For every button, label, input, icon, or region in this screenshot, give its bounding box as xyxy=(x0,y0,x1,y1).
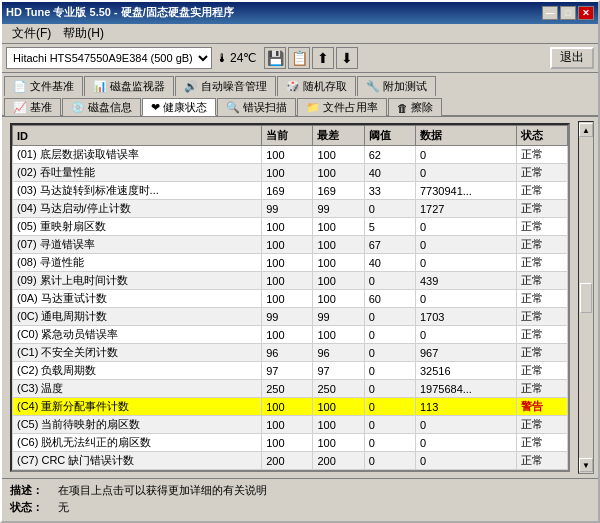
col-header-data: 数据 xyxy=(415,126,516,146)
tab-health[interactable]: ❤ 健康状态 xyxy=(142,98,216,116)
table-row[interactable]: (04) 马达启动/停止计数999901727正常 xyxy=(13,200,568,218)
title-bar: HD Tune 专业版 5.50 - 硬盘/固态硬盘实用程序 — □ ✕ xyxy=(2,2,598,24)
menu-help[interactable]: 帮助(H) xyxy=(57,23,110,44)
table-row[interactable]: (C5) 当前待映射的扇区数10010000正常 xyxy=(13,416,568,434)
table-row[interactable]: (C7) CRC 缺门错误计数20020000正常 xyxy=(13,452,568,470)
benchmark-icon: 📈 xyxy=(13,101,27,114)
tab-random-access[interactable]: 🎲 随机存取 xyxy=(277,76,356,96)
table-row[interactable]: (07) 寻道错误率100100670正常 xyxy=(13,236,568,254)
tab-row-secondary: 📈 基准 💿 磁盘信息 ❤ 健康状态 🔍 错误扫描 📁 文件占用率 🗑 擦 xyxy=(2,95,598,117)
table-row[interactable]: (01) 底层数据读取错误率100100620正常 xyxy=(13,146,568,164)
tab-error-scan[interactable]: 🔍 错误扫描 xyxy=(217,98,296,116)
col-header-worst: 最差 xyxy=(313,126,364,146)
folder-icon: 📁 xyxy=(306,101,320,114)
tab-disk-info[interactable]: 💿 磁盘信息 xyxy=(62,98,141,116)
scroll-thumb[interactable] xyxy=(580,283,592,313)
tab-extra-tests[interactable]: 🔧 附加测试 xyxy=(357,76,436,96)
table-scroll-container[interactable]: ID 当前 最差 阈值 数据 状态 (01) 底层数据读取错误率10010062… xyxy=(12,125,568,470)
menu-file[interactable]: 文件(F) xyxy=(6,23,57,44)
erase-icon: 🗑 xyxy=(397,102,408,114)
table-row[interactable]: (C2) 负载周期数9797032516正常 xyxy=(13,362,568,380)
sound-icon: 🔊 xyxy=(184,80,198,93)
toolbar-icon-3[interactable]: ⬆ xyxy=(312,47,334,69)
health-icon: ❤ xyxy=(151,101,160,114)
col-header-threshold: 阈值 xyxy=(364,126,415,146)
table-row[interactable]: (03) 马达旋转到标准速度时...169169337730941...正常 xyxy=(13,182,568,200)
table-row[interactable]: (08) 寻道性能100100400正常 xyxy=(13,254,568,272)
table-row[interactable]: (0C) 通电周期计数999901703正常 xyxy=(13,308,568,326)
tab-file-usage[interactable]: 📁 文件占用率 xyxy=(297,98,387,116)
title-bar-buttons: — □ ✕ xyxy=(542,6,594,20)
description-text: 在项目上点击可以获得更加详细的有关说明 xyxy=(58,483,267,498)
table-row[interactable]: (C4) 重新分配事件计数1001000113警告 xyxy=(13,398,568,416)
menu-bar: 文件(F) 帮助(H) xyxy=(2,24,598,44)
toolbar: Hitachi HTS547550A9E384 (500 gB) 🌡 24℃ 💾… xyxy=(2,44,598,73)
table-row[interactable]: (C3) 温度25025001975684...正常 xyxy=(13,380,568,398)
tab-auto-acoustic[interactable]: 🔊 自动噪音管理 xyxy=(175,76,276,96)
monitor-icon: 📊 xyxy=(93,80,107,93)
table-row[interactable]: (C1) 不安全关闭计数96960967正常 xyxy=(13,344,568,362)
col-header-id: ID xyxy=(13,126,262,146)
thermometer-icon: 🌡 xyxy=(216,51,228,65)
table-row[interactable]: (02) 吞吐量性能100100400正常 xyxy=(13,164,568,182)
state-text: 无 xyxy=(58,500,69,515)
file-icon: 📄 xyxy=(13,80,27,93)
tab-benchmark[interactable]: 📈 基准 xyxy=(4,98,61,116)
table-row[interactable]: (C0) 紧急动员错误率10010000正常 xyxy=(13,326,568,344)
temperature-value: 24℃ xyxy=(230,51,256,65)
table-row[interactable]: (0A) 马达重试计数100100600正常 xyxy=(13,290,568,308)
tab-disk-monitor[interactable]: 📊 磁盘监视器 xyxy=(84,76,174,96)
main-window: HD Tune 专业版 5.50 - 硬盘/固态硬盘实用程序 — □ ✕ 文件(… xyxy=(0,0,600,523)
description-label: 描述： xyxy=(10,483,50,498)
scroll-down-button[interactable]: ▼ xyxy=(579,458,593,472)
table-row[interactable]: (C6) 脱机无法纠正的扇区数10010000正常 xyxy=(13,434,568,452)
smart-data-panel: ID 当前 最差 阈值 数据 状态 (01) 底层数据读取错误率10010062… xyxy=(10,123,570,472)
maximize-button[interactable]: □ xyxy=(560,6,576,20)
disk-icon: 💿 xyxy=(71,101,85,114)
tab-row-primary: 📄 文件基准 📊 磁盘监视器 🔊 自动噪音管理 🎲 随机存取 🔧 附加测试 xyxy=(2,73,598,95)
random-icon: 🎲 xyxy=(286,80,300,93)
close-button[interactable]: ✕ xyxy=(578,6,594,20)
scan-icon: 🔍 xyxy=(226,101,240,114)
exit-button[interactable]: 退出 xyxy=(550,47,594,69)
drive-selector[interactable]: Hitachi HTS547550A9E384 (500 gB) xyxy=(6,47,212,69)
col-header-status: 状态 xyxy=(516,126,567,146)
toolbar-icon-2[interactable]: 📋 xyxy=(288,47,310,69)
description-row: 描述： 在项目上点击可以获得更加详细的有关说明 xyxy=(10,483,590,498)
main-content: 📄 文件基准 📊 磁盘监视器 🔊 自动噪音管理 🎲 随机存取 🔧 附加测试 xyxy=(2,73,598,521)
table-row[interactable]: (05) 重映射扇区数10010050正常 xyxy=(13,218,568,236)
state-row: 状态： 无 xyxy=(10,500,590,515)
table-row[interactable]: (09) 累计上电时间计数1001000439正常 xyxy=(13,272,568,290)
toolbar-icon-1[interactable]: 💾 xyxy=(264,47,286,69)
state-label: 状态： xyxy=(10,500,50,515)
tab-erase[interactable]: 🗑 擦除 xyxy=(388,98,442,116)
smart-table: ID 当前 最差 阈值 数据 状态 (01) 底层数据读取错误率10010062… xyxy=(12,125,568,470)
col-header-current: 当前 xyxy=(262,126,313,146)
tools-icon: 🔧 xyxy=(366,80,380,93)
temperature-display: 🌡 24℃ xyxy=(216,51,256,65)
toolbar-icon-4[interactable]: ⬇ xyxy=(336,47,358,69)
app-title: HD Tune 专业版 5.50 - 硬盘/固态硬盘实用程序 xyxy=(6,5,234,20)
scroll-up-button[interactable]: ▲ xyxy=(579,123,593,137)
tab-file-benchmark[interactable]: 📄 文件基准 xyxy=(4,76,83,96)
minimize-button[interactable]: — xyxy=(542,6,558,20)
status-section: 描述： 在项目上点击可以获得更加详细的有关说明 状态： 无 xyxy=(2,478,598,521)
